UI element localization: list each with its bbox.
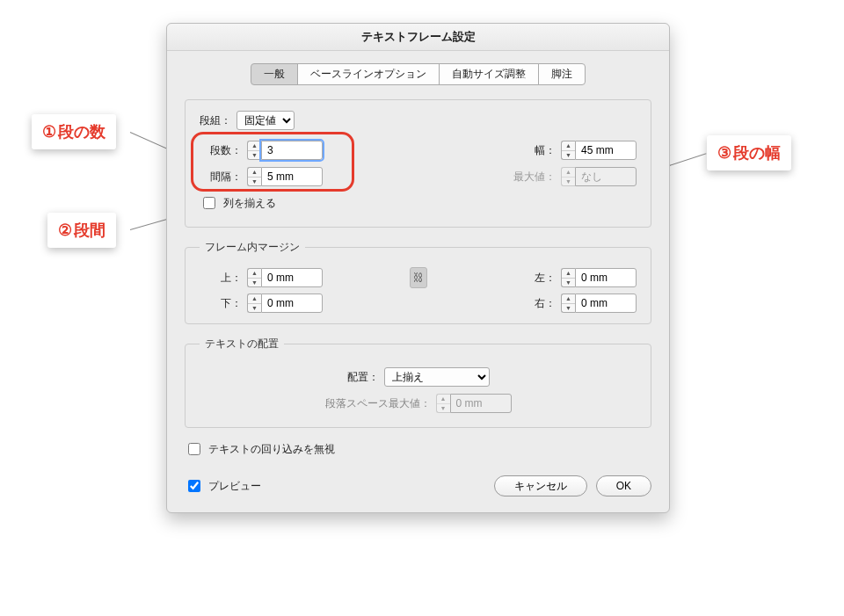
inset-left-input[interactable]	[575, 268, 637, 287]
callout-3-num: ③	[717, 144, 731, 162]
column-count-input[interactable]	[261, 141, 323, 160]
inset-bottom-label: 下：	[200, 296, 242, 311]
callout-2-num: ②	[58, 221, 72, 239]
balance-columns-checkbox[interactable]: 列を揃える	[200, 194, 276, 212]
para-space-label: 段落スペース最大値：	[325, 396, 431, 411]
align-group: テキストの配置 配置： 上揃え 段落スペース最大値： ▲▼ 0 mm	[185, 337, 651, 428]
para-space-field: ▲▼ 0 mm	[436, 394, 512, 413]
inset-right-label: 右：	[513, 296, 556, 311]
column-type-select[interactable]: 固定値	[236, 111, 295, 130]
inset-top-input[interactable]	[261, 268, 323, 287]
tab-autosize[interactable]: 自動サイズ調整	[439, 63, 539, 85]
inset-right-field[interactable]: ▲▼	[561, 294, 637, 313]
cancel-button[interactable]: キャンセル	[494, 475, 587, 496]
tab-baseline[interactable]: ベースラインオプション	[297, 63, 440, 85]
inset-left-label: 左：	[513, 271, 556, 286]
callout-1-text: 段の数	[58, 123, 106, 141]
inset-legend: フレーム内マージン	[200, 240, 305, 255]
callout-1: ①段の数	[32, 114, 116, 149]
balance-columns-label: 列を揃える	[223, 196, 276, 211]
callout-3-text: 段の幅	[733, 144, 781, 162]
align-select[interactable]: 上揃え	[384, 367, 490, 387]
text-frame-options-dialog: テキストフレーム設定 一般 ベースラインオプション 自動サイズ調整 脚注 段組：…	[166, 23, 670, 513]
ignore-wrap-label: テキストの回り込みを無視	[208, 442, 335, 457]
column-width-field[interactable]: ▲▼	[561, 141, 637, 160]
callout-2: ②段間	[47, 213, 116, 248]
ignore-wrap-checkbox[interactable]: テキストの回り込みを無視	[185, 440, 335, 458]
width-label: 幅：	[503, 143, 556, 158]
column-width-input[interactable]	[575, 141, 637, 160]
column-gutter-input[interactable]	[261, 167, 323, 186]
dialog-title: テキストフレーム設定	[167, 24, 669, 51]
callout-2-text: 段間	[74, 221, 106, 239]
gutter-label: 間隔：	[200, 170, 242, 185]
count-label: 段数：	[200, 143, 242, 158]
inset-top-label: 上：	[200, 271, 242, 286]
align-legend: テキストの配置	[200, 337, 284, 351]
para-space-value: 0 mm	[450, 394, 512, 413]
preview-checkbox[interactable]: プレビュー	[185, 477, 261, 495]
tab-general[interactable]: 一般	[251, 63, 298, 85]
callout-3: ③段の幅	[707, 135, 791, 170]
columns-group: 段組： 固定値 段数： ▲▼ 間隔：	[185, 99, 651, 228]
column-gutter-field[interactable]: ▲▼	[247, 167, 323, 186]
column-max-value: なし	[575, 167, 637, 186]
inset-bottom-field[interactable]: ▲▼	[247, 294, 323, 313]
column-max-field: ▲▼ なし	[561, 167, 637, 186]
columns-legend: 段組：	[200, 113, 231, 128]
link-icon[interactable]: ⛓	[410, 267, 427, 288]
ok-button[interactable]: OK	[596, 475, 651, 496]
max-label: 最大値：	[503, 170, 556, 185]
tab-bar: 一般 ベースラインオプション 自動サイズ調整 脚注	[185, 63, 651, 85]
preview-label: プレビュー	[208, 479, 261, 494]
column-count-field[interactable]: ▲▼	[247, 141, 323, 160]
inset-top-field[interactable]: ▲▼	[247, 268, 323, 287]
align-label: 配置：	[347, 370, 379, 385]
inset-bottom-input[interactable]	[261, 294, 323, 313]
inset-group: フレーム内マージン 上： ▲▼ ⛓ 左： ▲▼	[185, 240, 651, 324]
tab-footnotes[interactable]: 脚注	[538, 63, 586, 85]
inset-right-input[interactable]	[575, 294, 637, 313]
inset-left-field[interactable]: ▲▼	[561, 268, 637, 287]
callout-1-num: ①	[42, 123, 56, 141]
